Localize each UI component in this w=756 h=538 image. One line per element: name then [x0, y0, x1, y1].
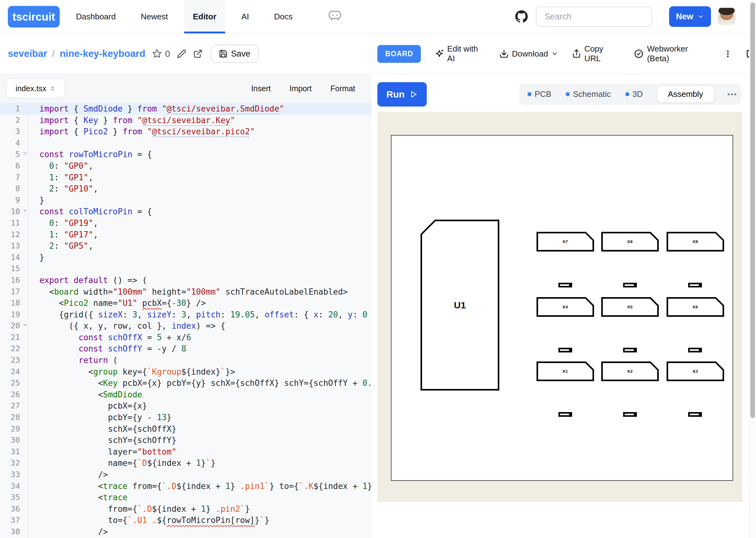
nav-item-docs[interactable]: Docs	[274, 0, 293, 33]
tab-schematic[interactable]: Schematic	[566, 89, 611, 99]
code-line[interactable]: 20 ({ x, y, row, col }, index) => {	[0, 320, 372, 332]
fold-chevron-icon[interactable]	[23, 322, 28, 327]
smd-diode[interactable]	[558, 348, 572, 352]
code-line[interactable]: 27 pcbX={x}	[0, 400, 372, 412]
avatar[interactable]	[718, 8, 735, 25]
code-line[interactable]: 35 <trace	[0, 492, 372, 503]
code-line[interactable]: 4	[0, 137, 372, 149]
code-line[interactable]: 6 0: "GP0",	[0, 160, 372, 172]
nav-item-ai[interactable]: AI	[241, 0, 249, 33]
code-line[interactable]: 30 schY={schOffY}	[0, 435, 372, 446]
code-line[interactable]: 34 <trace from={`.D${index + 1} .pin1`} …	[0, 480, 372, 492]
code-line[interactable]: 26 <SmdDiode	[0, 389, 372, 401]
code-line[interactable]: 38 />	[0, 526, 372, 538]
code-line[interactable]: 3import { Pico2 } from "@tsci/seveibar.p…	[0, 126, 372, 137]
code-line[interactable]: 11 0: "GP19",	[0, 217, 372, 229]
code-line[interactable]: 18 <Pico2 name="U1" pcbX={-30} />	[0, 297, 372, 309]
code-line[interactable]: 24 <group key={`Kgroup${index}`}>	[0, 366, 372, 378]
key-k6[interactable]: K6	[667, 297, 724, 317]
code-area[interactable]: 1import { SmdDiode } from "@tsci/seveiba…	[0, 103, 372, 538]
key-k5[interactable]: K5	[601, 297, 659, 317]
code-line[interactable]: 19 {grid({ sizeX: 3, sizeY: 3, pitch: 19…	[0, 309, 372, 321]
edit-title-button[interactable]	[177, 49, 186, 58]
breadcrumb-project[interactable]: nine-key-keyboard	[60, 48, 145, 59]
code-line[interactable]: 2import { Key } from "@tsci/seveibar.Key…	[0, 115, 372, 126]
code-line[interactable]: 10const colToMicroPin = {	[0, 206, 372, 217]
code-line[interactable]: 15	[0, 263, 372, 275]
key-k2[interactable]: K2	[601, 361, 659, 381]
code-line[interactable]: 22 const schOffY = -y / 8	[0, 343, 372, 354]
code-line-text: from={`.D${index + 1} .pin2`}	[28, 503, 250, 515]
smd-diode[interactable]	[558, 283, 572, 288]
code-line[interactable]: 37 to={`.U1 .${rowToMicroPin[row]}`}	[0, 514, 372, 526]
fold-chevron-icon[interactable]	[23, 151, 28, 156]
smd-diode[interactable]	[688, 348, 702, 352]
star-button[interactable]: 0	[152, 48, 170, 59]
code-line[interactable]: 5const rowToMicroPin = {	[0, 149, 372, 160]
code-line[interactable]: 21 const schOffX = 5 + x/6	[0, 332, 372, 343]
open-external-button[interactable]	[193, 49, 203, 58]
key-k8[interactable]: K8	[601, 232, 659, 251]
action-webworker-beta[interactable]: Webworker (Beta)	[634, 44, 710, 63]
action-edit-with-ai[interactable]: Edit with AI	[435, 44, 486, 63]
tab-assembly[interactable]: Assembly	[657, 86, 714, 102]
code-line[interactable]: 7 1: "GP1",	[0, 172, 372, 184]
scrollbar-thumb[interactable]	[750, 3, 755, 418]
search-input[interactable]	[536, 7, 652, 27]
menu-item-format[interactable]: Format	[330, 84, 355, 93]
fold-chevron-icon[interactable]	[23, 208, 28, 213]
nav-item-newest[interactable]: Newest	[141, 0, 168, 33]
code-line[interactable]: 17 <board width="100mm" height="100mm" s…	[0, 286, 372, 298]
line-number: 26	[0, 389, 28, 401]
code-line[interactable]: 14}	[0, 252, 372, 263]
code-line[interactable]: 12 1: "GP17",	[0, 229, 372, 241]
action-copy-url[interactable]: Copy URL	[572, 44, 620, 63]
code-line[interactable]: 1import { SmdDiode } from "@tsci/seveiba…	[0, 103, 372, 115]
key-k4[interactable]: K4	[537, 297, 594, 317]
nav-item-editor[interactable]: Editor	[184, 0, 225, 33]
code-line[interactable]: 16export default () => (	[0, 275, 372, 286]
key-k7[interactable]: K7	[537, 232, 594, 251]
action-download[interactable]: Download	[499, 49, 558, 59]
smd-diode[interactable]	[623, 283, 637, 288]
smd-diode[interactable]	[688, 283, 702, 288]
code-line[interactable]: 8 2: "GP10",	[0, 183, 372, 195]
code-line[interactable]: 32 name={`D${index + 1}`}	[0, 457, 372, 469]
smd-diode[interactable]	[688, 412, 702, 417]
key-k9[interactable]: K9	[667, 232, 724, 251]
code-line[interactable]: 25 <Key pcbX={x} pcbY={y} schX={schOffX}…	[0, 377, 372, 389]
smd-diode[interactable]	[623, 412, 637, 417]
key-k1[interactable]: K1	[537, 361, 594, 381]
tscircuit-logo[interactable]: tscircuit	[8, 6, 60, 27]
run-button[interactable]: Run	[378, 82, 427, 107]
code-line[interactable]: 33 />	[0, 469, 372, 480]
smd-diode[interactable]	[558, 412, 572, 417]
save-button[interactable]: Save	[211, 45, 259, 63]
code-line[interactable]: 23 return (	[0, 354, 372, 366]
breadcrumb-owner[interactable]: seveibar	[8, 48, 47, 59]
tab-pcb[interactable]: PCB	[527, 89, 551, 99]
discord-icon[interactable]	[328, 10, 341, 21]
code-line[interactable]: 29 schX={schOffX}	[0, 423, 372, 435]
view-tabs-more-button[interactable]	[726, 89, 737, 100]
code-line[interactable]: 36 from={`.D${index + 1} .pin2`}	[0, 503, 372, 515]
tab-3d[interactable]: 3D	[625, 89, 643, 99]
code-line[interactable]: 13 2: "GP5",	[0, 240, 372, 252]
new-button[interactable]: New	[669, 6, 711, 27]
star-icon	[152, 48, 162, 59]
file-selector[interactable]: index.tsx	[6, 79, 65, 98]
github-icon[interactable]	[515, 10, 528, 23]
code-line[interactable]: 31 layer="bottom"	[0, 446, 372, 458]
assembly-canvas[interactable]: U1 K7K8K9K4K5K6K1K2K3	[378, 112, 742, 502]
chip-label: U1	[454, 300, 466, 310]
board-type-badge[interactable]: BOARD	[378, 45, 421, 63]
menu-item-import[interactable]: Import	[290, 84, 312, 93]
nav-item-dashboard[interactable]: Dashboard	[76, 0, 116, 33]
chip-u1[interactable]: U1	[421, 220, 499, 391]
code-line[interactable]: 28 pcbY={y - 13}	[0, 412, 372, 423]
key-k3[interactable]: K3	[667, 361, 724, 381]
more-options-button[interactable]	[724, 49, 732, 58]
menu-item-insert[interactable]: Insert	[251, 84, 271, 93]
smd-diode[interactable]	[623, 348, 637, 352]
code-line[interactable]: 9}	[0, 195, 372, 206]
